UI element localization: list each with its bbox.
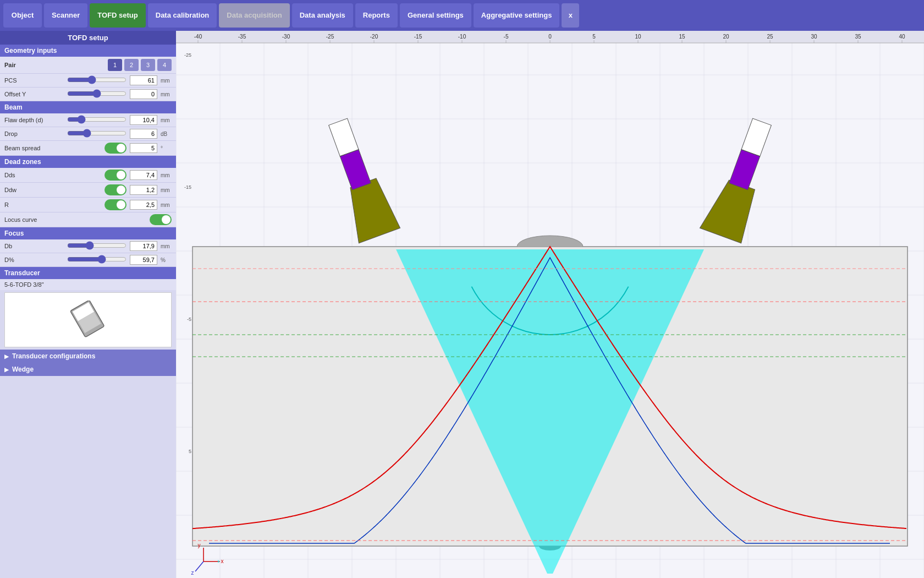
object-btn[interactable]: Object (3, 3, 42, 28)
expand-arrow-icon: ▶ (4, 353, 9, 359)
pair-btn-3[interactable]: 3 (141, 59, 155, 71)
offset-y-row: Offset Y mm (0, 88, 176, 101)
flaw-depth-row: Flaw depth (d) mm (0, 113, 176, 127)
data-calibration-btn[interactable]: Data calibration (148, 3, 217, 28)
diagram-canvas-area (176, 31, 924, 578)
pair-btn-1[interactable]: 1 (108, 59, 122, 71)
pcs-input[interactable] (130, 75, 157, 85)
data-acquisition-btn[interactable]: Data acquisition (219, 3, 289, 28)
geometry-inputs-header: Geometry inputs (0, 45, 176, 57)
main-layout: TOFD setup Geometry inputs Pair 1 2 3 4 … (0, 31, 924, 578)
drop-label: Drop (4, 130, 64, 137)
db-input[interactable] (130, 241, 157, 251)
pair-btn-4[interactable]: 4 (157, 59, 172, 71)
beam-spread-unit: ° (161, 145, 172, 151)
r-label: R (4, 201, 101, 208)
dds-label: Dds (4, 172, 101, 178)
db-slider[interactable] (67, 242, 127, 249)
flaw-depth-slider[interactable] (67, 116, 127, 123)
offset-y-input[interactable] (130, 89, 157, 99)
flaw-depth-label: Flaw depth (d) (4, 117, 64, 123)
dds-unit: mm (161, 172, 172, 178)
locus-curve-toggle[interactable] (150, 214, 172, 225)
offset-y-label: Offset Y (4, 91, 64, 97)
r-input[interactable] (130, 200, 157, 210)
beam-spread-row: Beam spread ° (0, 141, 176, 156)
close-btn[interactable]: x (562, 3, 579, 28)
r-toggle[interactable] (105, 199, 127, 210)
general-settings-btn[interactable]: General settings (400, 3, 471, 28)
dds-row: Dds mm (0, 168, 176, 183)
ddw-toggle[interactable] (105, 184, 127, 195)
dds-input[interactable] (130, 170, 157, 180)
drop-input[interactable] (130, 129, 157, 139)
flaw-depth-unit: mm (161, 117, 172, 123)
dpct-slider[interactable] (67, 255, 127, 263)
r-row: R mm (0, 198, 176, 212)
focus-header: Focus (0, 227, 176, 239)
transducer-configs-label: Transducer configurations (12, 352, 95, 360)
db-unit: mm (161, 243, 172, 249)
wedge-label: Wedge (12, 366, 34, 373)
transducer-model: 5-6-TOFD 3/8" (0, 279, 176, 290)
ddw-input[interactable] (130, 185, 157, 195)
pcs-label: PCS (4, 77, 64, 84)
flaw-depth-input[interactable] (130, 115, 157, 125)
pcs-slider[interactable] (67, 76, 127, 84)
dead-zones-header: Dead zones (0, 156, 176, 168)
r-unit: mm (161, 202, 172, 208)
ddw-row: Ddw mm (0, 183, 176, 198)
db-row: Db mm (0, 239, 176, 253)
dpct-unit: % (161, 257, 172, 263)
beam-spread-toggle[interactable] (105, 143, 127, 154)
db-label: Db (4, 243, 64, 249)
beam-spread-label: Beam spread (4, 145, 101, 151)
drop-row: Drop dB (0, 127, 176, 141)
tofd-diagram (176, 31, 924, 578)
top-navigation: Object Scanner TOFD setup Data calibrati… (0, 0, 924, 31)
beam-spread-input[interactable] (130, 143, 157, 153)
aggregative-settings-btn[interactable]: Aggregative settings (474, 3, 560, 28)
pair-selector-row: Pair 1 2 3 4 (0, 57, 176, 74)
dpct-label: D% (4, 257, 64, 263)
tofd-setup-btn[interactable]: TOFD setup (90, 3, 145, 28)
scanner-btn[interactable]: Scanner (44, 3, 87, 28)
wedge-expand-arrow-icon: ▶ (4, 367, 9, 373)
dds-toggle[interactable] (105, 170, 127, 181)
transducer-configs-expand[interactable]: ▶ Transducer configurations (0, 350, 176, 363)
dpct-row: D% % (0, 253, 176, 267)
drop-unit: dB (161, 131, 172, 137)
pair-label: Pair (4, 62, 106, 68)
ddw-label: Ddw (4, 187, 101, 193)
transducer-svg (63, 301, 113, 339)
pcs-unit: mm (161, 78, 172, 84)
pair-btn-2[interactable]: 2 (124, 59, 139, 71)
transducer-header: Transducer (0, 267, 176, 279)
dpct-input[interactable] (130, 255, 157, 265)
locus-curve-label: Locus curve (4, 216, 146, 223)
data-analysis-btn[interactable]: Data analysis (292, 3, 353, 28)
wedge-expand[interactable]: ▶ Wedge (0, 363, 176, 376)
panel-title: TOFD setup (0, 31, 176, 45)
beam-header: Beam (0, 101, 176, 113)
offset-y-slider[interactable] (67, 90, 127, 97)
offset-y-unit: mm (161, 91, 172, 97)
transducer-image (4, 292, 172, 347)
left-panel: TOFD setup Geometry inputs Pair 1 2 3 4 … (0, 31, 176, 578)
pcs-row: PCS mm (0, 74, 176, 88)
locus-curve-row: Locus curve (0, 212, 176, 227)
reports-btn[interactable]: Reports (355, 3, 398, 28)
drop-slider[interactable] (67, 129, 127, 137)
ddw-unit: mm (161, 187, 172, 193)
